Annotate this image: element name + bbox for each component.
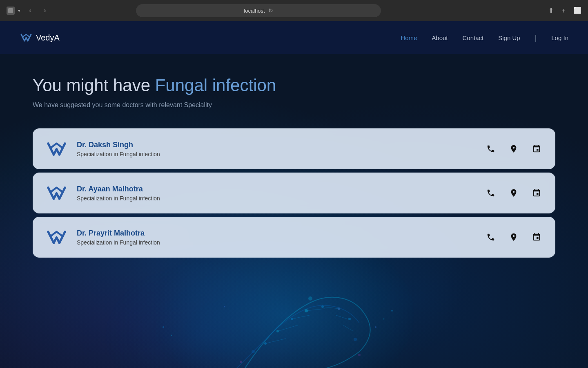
calendar-icon-3[interactable] [529,230,544,245]
tabs-icon[interactable]: ⬜ [573,7,581,15]
svg-point-27 [375,326,376,328]
phone-icon-3[interactable] [483,230,498,245]
svg-point-12 [291,318,293,320]
svg-point-18 [354,338,357,341]
doctor-card-3: Dr. Prayrit Malhotra Specialization in F… [33,217,555,258]
svg-point-19 [308,296,312,301]
nav-contact[interactable]: Contact [463,34,484,41]
browser-controls: ▾ [7,7,20,15]
doctor-card-1: Dr. Daksh Singh Specialization in Fungal… [33,128,555,169]
navbar: VedyA Home About Contact Sign Up | Log I… [0,21,588,54]
browser-chrome: ▾ ‹ › localhost ↻ ⬆ ＋ ⬜ [0,0,588,21]
svg-point-11 [276,330,279,332]
svg-rect-0 [8,8,13,13]
doctor-name-3: Dr. Prayrit Malhotra [77,229,160,238]
url-text: localhost [244,8,265,14]
svg-point-20 [240,361,242,363]
doctor-info-3: Dr. Prayrit Malhotra Specialization in F… [77,229,160,246]
nav-signup[interactable]: Sign Up [498,34,520,41]
svg-point-26 [224,306,225,307]
hero-title-highlight: Fungal infection [155,76,276,95]
hero-title: You might have Fungal infection [33,75,555,96]
logo-icon [20,31,33,44]
doctor-left-2: Dr. Ayaan Malhotra Specialization in Fun… [44,181,160,205]
doctor-spec-1: Specialization in Fungal infection [77,151,160,157]
doctor-actions-3 [483,230,544,245]
nav-login[interactable]: Log In [551,34,568,41]
doctor-avatar-3 [44,225,69,249]
share-icon[interactable]: ⬆ [548,7,554,15]
doctors-section: Dr. Daksh Singh Specialization in Fungal… [0,122,588,264]
back-button[interactable]: ‹ [25,6,35,16]
doctor-spec-2: Specialization in Fungal infection [77,195,160,202]
doctor-info-2: Dr. Ayaan Malhotra Specialization in Fun… [77,185,160,202]
svg-point-10 [264,342,267,345]
svg-point-23 [171,335,172,336]
svg-point-21 [358,354,361,356]
doctor-name-1: Dr. Daksh Singh [77,141,160,149]
browser-actions: ⬆ ＋ ⬜ [548,7,581,15]
doctor-name-2: Dr. Ayaan Malhotra [77,185,160,193]
forward-button[interactable]: › [40,6,50,16]
svg-point-24 [391,310,393,312]
reload-button[interactable]: ↻ [268,7,273,14]
nav-links: Home About Contact Sign Up | Log In [401,34,568,42]
calendar-icon-2[interactable] [529,186,544,200]
svg-point-13 [305,309,308,312]
doctor-avatar-2 [44,181,69,205]
doctor-spec-3: Specialization in Fungal infection [77,239,160,246]
new-tab-icon[interactable]: ＋ [560,7,567,15]
address-bar[interactable]: localhost ↻ [136,4,381,17]
tab-icon [7,7,15,15]
svg-point-16 [348,318,351,320]
svg-point-14 [321,305,324,308]
doctor-actions-1 [483,141,544,156]
svg-point-25 [383,319,385,320]
svg-point-22 [163,326,164,328]
doctor-info-1: Dr. Daksh Singh Specialization in Fungal… [77,141,160,157]
doctor-left-1: Dr. Daksh Singh Specialization in Fungal… [44,137,160,161]
phone-icon-1[interactable] [483,141,498,156]
logo-text: VedyA [36,33,60,43]
hero-subtitle: We have suggested you some doctors with … [33,101,555,109]
doctor-card-2: Dr. Ayaan Malhotra Specialization in Fun… [33,173,555,213]
location-icon-1[interactable] [506,141,521,156]
tab-chevron[interactable]: ▾ [18,8,20,13]
nav-home[interactable]: Home [401,34,417,41]
nav-about[interactable]: About [432,34,448,41]
hero-title-prefix: You might have [33,76,155,95]
website-content: VedyA Home About Contact Sign Up | Log I… [0,21,588,368]
location-icon-3[interactable] [506,230,521,245]
nav-divider: | [535,34,537,42]
location-icon-2[interactable] [506,186,521,200]
svg-point-17 [252,350,255,353]
doctor-actions-2 [483,186,544,200]
hero-section: You might have Fungal infection We have … [0,54,588,122]
calendar-icon-1[interactable] [529,141,544,156]
doctor-left-3: Dr. Prayrit Malhotra Specialization in F… [44,225,160,249]
doctor-avatar-1 [44,137,69,161]
logo[interactable]: VedyA [20,31,60,44]
svg-point-15 [338,307,340,310]
phone-icon-2[interactable] [483,186,498,200]
